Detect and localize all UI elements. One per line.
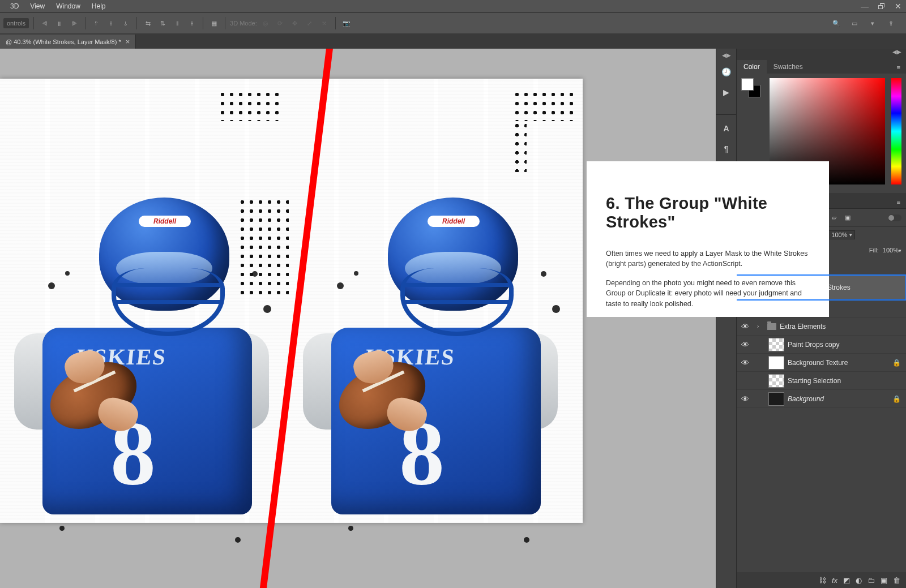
close-button[interactable]: ✕ [895, 2, 901, 11]
align-left-icon[interactable]: ⫷ [39, 17, 51, 29]
align-right-icon[interactable]: ⫸ [68, 17, 80, 29]
fill-label: Fill: [869, 247, 879, 254]
tutorial-paragraph: Depending on the photo you might need to… [606, 278, 810, 308]
filter-shape-icon[interactable]: ▱ [829, 213, 839, 223]
align-center-h-icon[interactable]: ⫼ [53, 17, 66, 29]
camera-icon: 📷 [340, 17, 353, 29]
tab-swatches[interactable]: Swatches [767, 60, 810, 74]
arrange-documents-icon[interactable]: ▭ [848, 17, 861, 29]
document-tab[interactable]: @ 40.3% (White Strokes, Layer Mask/8) * … [0, 35, 136, 49]
slide-icon: ⤢ [304, 17, 316, 29]
lock-indicator-icon: 🔒 [892, 395, 901, 403]
visibility-toggle[interactable]: 👁 [737, 394, 754, 404]
minimize-button[interactable]: — [861, 2, 869, 11]
color-panel-menu-icon[interactable]: ≡ [891, 61, 906, 74]
character-panel-icon[interactable]: A [720, 122, 733, 135]
document-tab-title: @ 40.3% (White Strokes, Layer Mask/8) * [6, 38, 121, 45]
visibility-toggle[interactable]: 👁 [737, 340, 754, 349]
visibility-toggle[interactable]: 👁 [737, 358, 754, 367]
document-canvas[interactable]: USKIES 8 Riddell [0, 79, 583, 523]
document-tab-bar: @ 40.3% (White Strokes, Layer Mask/8) * … [0, 33, 906, 49]
share-icon[interactable]: ⇪ [884, 17, 897, 29]
align-bottom-icon[interactable]: ⫰ [119, 17, 132, 29]
filter-smart-icon[interactable]: ▣ [843, 213, 853, 223]
canvas-area[interactable]: USKIES 8 Riddell [0, 49, 716, 588]
opacity-field[interactable]: 100%▾ [828, 230, 854, 239]
expand-toggle[interactable]: › [757, 323, 764, 329]
layer-name[interactable]: Background Texture [788, 359, 889, 367]
align-top-icon[interactable]: ⫯ [90, 17, 102, 29]
distribute-v-icon[interactable]: ⇅ [156, 17, 169, 29]
window-controls: — 🗗 ✕ [861, 0, 901, 12]
tutorial-title: 6. The Group "White Strokes" [606, 194, 810, 231]
menu-3d[interactable]: 3D [5, 2, 24, 10]
add-mask-icon[interactable]: ◩ [843, 576, 850, 585]
align-middle-icon[interactable]: ⫲ [105, 17, 117, 29]
foreground-color-swatch[interactable] [741, 78, 754, 91]
pan-icon: ✥ [289, 17, 301, 29]
delete-layer-icon[interactable]: 🗑 [893, 576, 900, 585]
tutorial-overlay: 6. The Group "White Strokes" Often times… [587, 161, 829, 317]
layer-row-starting-selection[interactable]: Starting Selection [737, 372, 906, 390]
layer-name[interactable]: Starting Selection [788, 377, 901, 385]
search-icon[interactable]: 🔍 [830, 17, 843, 29]
dist-space-h-icon[interactable]: ⫴ [171, 17, 183, 29]
hue-slider[interactable] [891, 78, 901, 184]
layer-filter-toggle[interactable] [888, 214, 901, 221]
layer-row-extra-elements[interactable]: 👁 › Extra Elements [737, 317, 906, 336]
restore-button[interactable]: 🗗 [878, 2, 886, 11]
dist-space-v-icon[interactable]: ⫳ [186, 17, 198, 29]
visibility-toggle[interactable]: 👁 [737, 322, 754, 331]
fg-bg-swatch[interactable] [741, 78, 760, 97]
auto-align-icon[interactable]: ▦ [208, 17, 220, 29]
orbit-icon: ◎ [259, 17, 272, 29]
zoom-3d-icon: ⤧ [318, 17, 331, 29]
layer-row-background-texture[interactable]: 👁 Background Texture 🔒 [737, 354, 906, 372]
layer-thumb[interactable] [768, 374, 784, 388]
layer-name[interactable]: Extra Elements [780, 323, 901, 331]
history-panel-icon[interactable]: 🕘 [720, 65, 733, 79]
properties-panel-menu-icon[interactable]: ≡ [891, 196, 906, 208]
close-tab-icon[interactable]: × [126, 37, 130, 46]
menu-help[interactable]: Help [86, 2, 112, 10]
menu-bar: 3D View Window Help — 🗗 ✕ [0, 0, 906, 12]
layer-thumb[interactable] [768, 356, 784, 370]
artwork-after: USKIES 8 Riddell [289, 79, 583, 523]
layer-thumb[interactable] [768, 392, 784, 406]
workspace-icon[interactable]: ▾ [866, 17, 879, 29]
collapsed-panel-column: ◀▶ 🕘 ▶ A ¶ ⬚ ◉ [716, 49, 736, 588]
distribute-h-icon[interactable]: ⇆ [142, 17, 154, 29]
fill-field[interactable]: 100%▾ [883, 247, 901, 254]
menu-window[interactable]: Window [50, 2, 86, 10]
layer-name[interactable]: Paint Drops copy [788, 341, 901, 349]
paragraph-panel-icon[interactable]: ¶ [720, 142, 733, 156]
layer-row-paint-drops-copy[interactable]: 👁 Paint Drops copy [737, 336, 906, 354]
3d-mode-label: 3D Mode: [230, 20, 257, 27]
right-panels: ◀▶ Color Swatches ≡ Properties Adjustmen… [736, 49, 906, 588]
layer-thumb[interactable] [768, 338, 784, 351]
new-group-icon[interactable]: 🗀 [867, 576, 875, 585]
new-layer-icon[interactable]: ▣ [881, 576, 887, 585]
artwork-before: USKIES 8 Riddell [0, 79, 289, 523]
controls-label: ontrols [3, 18, 29, 28]
layer-fx-icon[interactable]: fx [832, 576, 837, 585]
options-bar: ontrols ⫷ ⫼ ⫸ ⫯ ⫲ ⫰ ⇆ ⇅ ⫴ ⫳ ▦ 3D Mode: ◎… [0, 12, 906, 33]
layer-name[interactable]: Background [788, 395, 889, 403]
tutorial-paragraph: Often times we need to apply a Layer Mas… [606, 248, 810, 269]
roll-icon: ⟳ [274, 17, 287, 29]
main-area: USKIES 8 Riddell [0, 49, 906, 588]
layer-row-background[interactable]: 👁 Background 🔒 [737, 390, 906, 408]
folder-icon [767, 323, 776, 330]
new-adjustment-icon[interactable]: ◐ [856, 576, 862, 585]
actions-panel-icon[interactable]: ▶ [720, 85, 733, 99]
menu-view[interactable]: View [24, 2, 50, 10]
tab-color[interactable]: Color [737, 60, 767, 74]
layers-panel-footer: ⛓ fx ◩ ◐ 🗀 ▣ 🗑 [737, 572, 906, 588]
color-panel-tabs: Color Swatches ≡ [737, 59, 906, 74]
lock-indicator-icon: 🔒 [892, 359, 901, 367]
link-layers-icon[interactable]: ⛓ [819, 576, 826, 585]
